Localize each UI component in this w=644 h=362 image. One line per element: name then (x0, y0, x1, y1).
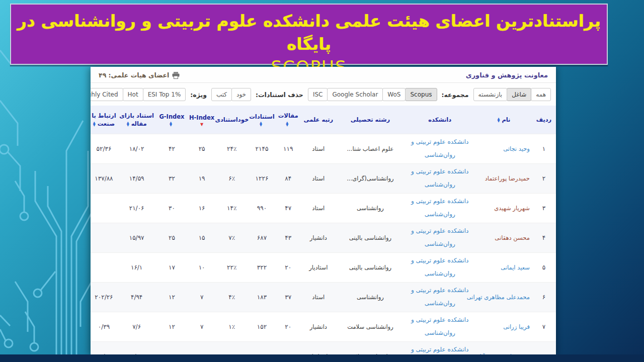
faculty-member-link[interactable]: شهریار شهیدی (494, 205, 530, 212)
column-header-field: رشته تحصیلی (337, 116, 404, 124)
table-row: ۵سعید ایمانیدانشکده علوم تربیتی و روان‌ش… (91, 252, 556, 282)
cell-h_index: ۷ (187, 323, 216, 330)
collection-btn-google-scholar[interactable]: Google Scholar (327, 88, 383, 101)
slide-background: پراستنادترین اعضای هیئت علمی دانشکده علو… (0, 0, 644, 362)
cell-degree: دانشیار (300, 234, 337, 241)
cell-field: روانشناسی (337, 205, 404, 212)
column-header-h_index[interactable]: H-Index▼ (187, 114, 216, 126)
cell-field: روانشناسی(گرای... (337, 175, 404, 182)
collection-btn-wos[interactable]: WoS (382, 88, 406, 101)
faculty-member-link[interactable]: فریبا زرانی (503, 323, 530, 330)
faculty-link[interactable]: دانشکده علوم تربیتی و روان‌شناسی (409, 343, 470, 354)
remove-citations-label: حذف استنادات: (256, 91, 303, 99)
remove-citations-btn-books[interactable]: کتب (211, 88, 232, 101)
column-header-degree: رتبه علمی (300, 116, 337, 124)
status-tab-active[interactable]: شاغل (507, 88, 531, 101)
cell-h_index: ۷ (187, 294, 216, 301)
cell-degree: استاد (300, 145, 337, 152)
faculty-link[interactable]: دانشکده علوم تربیتی و روان‌شناسی (409, 284, 470, 310)
faculty-link[interactable]: دانشکده علوم تربیتی و روان‌شناسی (409, 225, 470, 251)
cell-h_index: ۱۵ (187, 234, 216, 241)
column-header-label: استنادات (249, 113, 274, 121)
cell-cites_per_paper: ۲۱/۰۶ (117, 205, 156, 212)
column-header-papers[interactable]: مقالات▲▼ (276, 112, 300, 128)
faculty-member-link[interactable]: محسن دهقانی (495, 234, 530, 241)
column-header-label: مقالات▲▼ (277, 112, 299, 128)
faculty-link[interactable]: دانشکده علوم تربیتی و روان‌شناسی (409, 254, 470, 281)
cell-faculty: دانشکده علوم تربیتی و روان‌شناسی (404, 254, 476, 281)
cell-degree: استاد (300, 205, 337, 212)
cell-cites_per_paper: ۷/۶ (117, 323, 156, 330)
cell-citations: ۶۸۷ (248, 234, 276, 241)
faculty-link[interactable]: دانشکده علوم تربیتی و روان‌شناسی (409, 195, 470, 221)
column-header-name[interactable]: نام▲▼ (476, 116, 532, 124)
faculty-member-link[interactable]: حمیدرضا پوراعتماد (485, 175, 530, 182)
cell-industry: ۵۲/۳۶ (91, 145, 117, 152)
special-btn-highly-cited[interactable]: Highly Cited (91, 88, 123, 101)
table-row: ۱وحید نجاتیدانشکده علوم تربیتی و روان‌شن… (91, 134, 556, 163)
dept-title: معاونت پژوهش و فناوری (466, 71, 548, 79)
column-header-label: رشته تحصیلی (351, 116, 390, 124)
cell-rank: ۷ (532, 323, 556, 330)
collection-btn-scopus[interactable]: Scopus (405, 88, 437, 101)
citation-dashboard-panel: معاونت پژوهش و فناوری اعضای هیات علمی: ۴… (91, 67, 556, 354)
faculty-link[interactable]: دانشکده علوم تربیتی و روان‌شناسی (409, 314, 470, 340)
table-header-row: ردیفنام▲▼دانشکدهرشته تحصیلیرتبه علمیمقال… (91, 106, 556, 134)
cell-h_index: ۱۶ (187, 205, 216, 212)
sort-icon[interactable]: ▲▼ (93, 122, 96, 127)
cell-self_citation: ۲۴٪ (216, 145, 248, 152)
status-tab-group: همهشاغلبازنشسته (473, 88, 551, 101)
cell-faculty: دانشکده علوم تربیتی و روان‌شناسی (404, 314, 476, 340)
cell-self_citation: ۲۲٪ (216, 264, 248, 271)
cell-papers: ۴۳ (276, 234, 300, 241)
status-tab-retired[interactable]: بازنشسته (473, 88, 508, 101)
table-row: ۴محسن دهقانیدانشکده علوم تربیتی و روان‌ش… (91, 223, 556, 252)
faculty-member-link[interactable]: وحید نجاتی (503, 145, 530, 152)
sort-icon[interactable]: ▲▼ (497, 118, 500, 123)
faculty-member-link[interactable]: محمدعلی مظاهری تهرانی (467, 294, 530, 301)
members-count-label: اعضای هیات علمی: ۴۹ (99, 71, 169, 79)
printer-icon[interactable] (172, 72, 180, 79)
sort-desc-icon[interactable]: ▼ (200, 123, 203, 126)
members-count: اعضای هیات علمی: ۴۹ (99, 71, 180, 79)
cell-faculty: دانشکده علوم تربیتی و روان‌شناسی (404, 165, 476, 192)
cell-industry: ۰/۳۹ (91, 323, 117, 330)
faculty-link[interactable]: دانشکده علوم تربیتی و روان‌شناسی (409, 165, 470, 192)
panel-header: معاونت پژوهش و فناوری اعضای هیات علمی: ۴… (91, 67, 556, 83)
cell-faculty: دانشکده علوم تربیتی و روان‌شناسی (404, 225, 476, 251)
cell-g_index: ۳۰ (156, 205, 187, 212)
banner-title-fa: پراستنادترین اعضای هیئت علمی دانشکده علو… (11, 10, 607, 56)
cell-citations: ۲۱۴۵ (248, 145, 276, 152)
cell-papers: ۲۰ (276, 264, 300, 271)
cell-g_index: ۱۲ (156, 294, 187, 301)
remove-citations-btn-self[interactable]: خود (231, 88, 251, 101)
cell-field: علوم اعصاب شنا... (337, 145, 404, 152)
cell-degree: دانشیار (300, 323, 337, 330)
column-header-rank: ردیف (532, 116, 556, 124)
sort-icon[interactable]: ▲▼ (127, 122, 129, 127)
column-header-industry[interactable]: ارتباط با صنعت▲▼ (91, 112, 117, 128)
cell-self_citation: ۷٪ (216, 234, 248, 241)
cell-rank: ۴ (532, 234, 556, 241)
faculty-member-link[interactable]: سعید ایمانی (501, 264, 530, 271)
faculty-link[interactable]: دانشکده علوم تربیتی و روان‌شناسی (409, 136, 470, 162)
column-header-citations[interactable]: استنادات▲▼ (248, 113, 276, 127)
cell-degree: استاد (300, 294, 337, 301)
status-tab-all[interactable]: همه (531, 88, 551, 101)
cell-name: سعید ایمانی (476, 264, 532, 271)
collection-btn-isc[interactable]: ISC (308, 88, 328, 101)
column-header-g_index[interactable]: G-Index▲▼ (156, 113, 187, 127)
collection-label: مجموعه: (442, 91, 469, 99)
cell-citations: ۱۵۲ (248, 323, 276, 330)
special-btn-esi-top-1[interactable]: ESI Top 1% (143, 88, 186, 101)
sort-icon[interactable]: ▲▼ (260, 122, 262, 127)
cell-industry: ۲۰۲/۲۶ (91, 294, 117, 301)
special-btn-group: ESI Top 1%HotHighly Cited (91, 88, 186, 101)
cell-field: روانشناسی (337, 294, 404, 301)
cell-name: شهریار شهیدی (476, 205, 532, 212)
sort-icon[interactable]: ▲▼ (170, 122, 172, 127)
cell-self_citation: ۶٪ (216, 175, 248, 182)
special-btn-hot[interactable]: Hot (123, 88, 143, 101)
column-header-cites_per_paper[interactable]: استناد بازای مقاله▲▼ (117, 112, 156, 128)
sort-icon[interactable]: ▲▼ (286, 122, 288, 127)
